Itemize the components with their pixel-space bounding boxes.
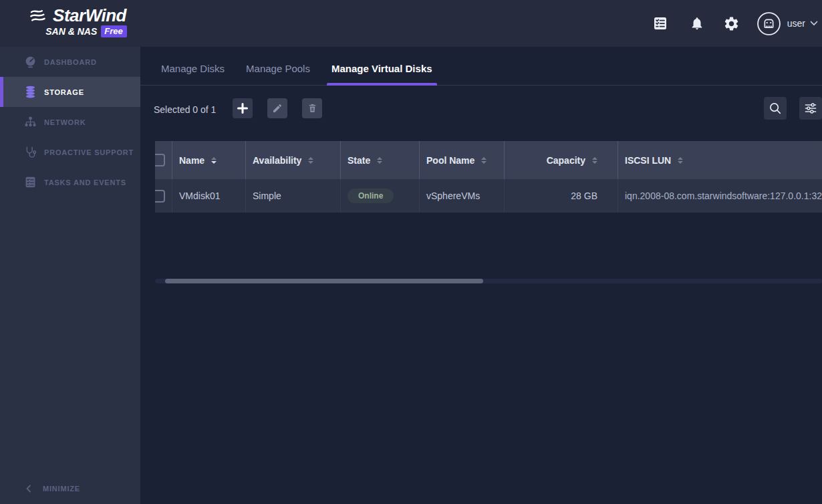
chevron-left-icon [24, 484, 33, 493]
top-bar: StarWind SAN & NAS Free [0, 0, 822, 47]
tab-bar: Manage Disks Manage Pools Manage Virtual… [140, 47, 822, 86]
sidebar-item-label: STORAGE [44, 88, 84, 96]
sidebar-item-label: PROACTIVE SUPPORT [44, 148, 134, 156]
starwind-logo: StarWind SAN & NAS Free [17, 7, 138, 41]
column-header-name[interactable]: Name [172, 141, 246, 179]
sort-arrows-icon [592, 157, 597, 164]
sort-arrows-icon [678, 157, 683, 164]
brand-name: StarWind [53, 7, 126, 24]
select-all-checkbox[interactable] [155, 154, 165, 166]
column-header-availability[interactable]: Availability [246, 141, 341, 179]
main-content: Manage Disks Manage Pools Manage Virtual… [140, 47, 822, 504]
user-avatar[interactable] [757, 11, 781, 36]
sidebar-nav: DASHBOARD STORAGE [0, 47, 140, 504]
user-menu-chevron-down-icon[interactable] [810, 21, 818, 26]
sliders-icon [804, 102, 817, 115]
row-availability: Simple [253, 191, 281, 201]
virtual-disks-table: Name Availability State Pool Name Capaci… [155, 141, 822, 213]
sidebar-item-proactive-support[interactable]: PROACTIVE SUPPORT [0, 137, 140, 167]
sidebar-item-dashboard[interactable]: DASHBOARD [0, 47, 140, 77]
column-header-capacity[interactable]: Capacity [505, 141, 618, 179]
horizontal-scrollbar-track[interactable] [155, 279, 822, 283]
settings-gear-icon[interactable] [723, 15, 740, 32]
sort-arrows-icon [377, 157, 382, 164]
user-name-label[interactable]: user [787, 18, 805, 29]
sidebar-item-label: TASKS AND EVENTS [44, 178, 126, 186]
tab-manage-pools[interactable]: Manage Pools [241, 63, 315, 85]
sort-arrows-icon [211, 157, 217, 164]
search-button[interactable] [764, 97, 787, 120]
free-edition-badge: Free [101, 25, 126, 37]
events-list-icon[interactable] [652, 15, 669, 32]
waves-icon [29, 8, 49, 23]
notifications-bell-icon[interactable] [688, 15, 706, 32]
table-row[interactable]: VMdisk01 Simple Online vSphereVMs 28 GB … [155, 179, 822, 213]
topbar-actions: user [652, 0, 818, 47]
brand-product: SAN & NAS [45, 26, 97, 37]
row-name: VMdisk01 [179, 191, 220, 201]
plus-icon [237, 103, 248, 114]
dashboard-gauge-icon [24, 55, 37, 69]
table-header-row: Name Availability State Pool Name Capaci… [155, 141, 822, 179]
pencil-icon [272, 103, 283, 114]
horizontal-scrollbar-thumb[interactable] [165, 279, 483, 283]
search-icon [769, 102, 782, 115]
status-badge-online: Online [348, 188, 394, 203]
sidebar-item-network[interactable]: NETWORK [0, 107, 140, 137]
sidebar-item-tasks-and-events[interactable]: TASKS AND EVENTS [0, 167, 140, 197]
add-virtual-disk-button[interactable] [233, 98, 253, 118]
tasks-list-icon [24, 175, 37, 189]
row-iscsi-lun: iqn.2008-08.com.starwindsoftware:127.0.0… [625, 191, 822, 201]
row-pool-name: vSphereVMs [426, 191, 480, 201]
filter-settings-button[interactable] [799, 97, 822, 120]
sidebar-item-label: NETWORK [44, 118, 86, 126]
sidebar-minimize-button[interactable]: MINIMIZE [0, 479, 140, 499]
network-nodes-icon [24, 115, 37, 129]
column-header-state[interactable]: State [341, 141, 420, 179]
minimize-label: MINIMIZE [43, 485, 80, 493]
sidebar-item-storage[interactable]: STORAGE [0, 77, 140, 107]
sidebar-item-label: DASHBOARD [44, 58, 97, 66]
selected-summary: Selected 0 of 1 [154, 104, 216, 115]
tab-manage-disks[interactable]: Manage Disks [156, 63, 229, 85]
sort-arrows-icon [308, 157, 313, 164]
sort-arrows-icon [481, 157, 487, 164]
tab-manage-virtual-disks[interactable]: Manage Virtual Disks [327, 63, 437, 85]
edit-virtual-disk-button[interactable] [267, 98, 287, 118]
row-capacity: 28 GB [571, 191, 597, 201]
column-header-pool-name[interactable]: Pool Name [420, 141, 505, 179]
stethoscope-icon [24, 145, 37, 159]
table-toolbar: Selected 0 of 1 [140, 86, 822, 140]
delete-virtual-disk-button[interactable] [302, 98, 322, 118]
column-header-iscsi-lun[interactable]: ISCSI LUN [618, 141, 822, 179]
trash-icon [307, 103, 317, 114]
row-checkbox[interactable] [155, 190, 165, 203]
storage-database-icon [24, 85, 37, 99]
